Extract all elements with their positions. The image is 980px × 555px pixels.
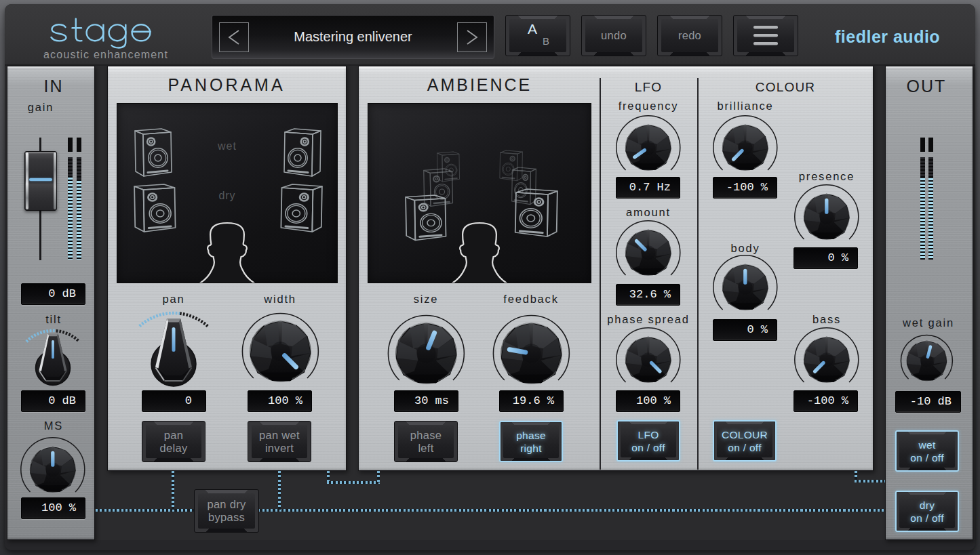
svg-text:wet: wet: [217, 140, 237, 152]
svg-text:dry: dry: [218, 190, 235, 201]
